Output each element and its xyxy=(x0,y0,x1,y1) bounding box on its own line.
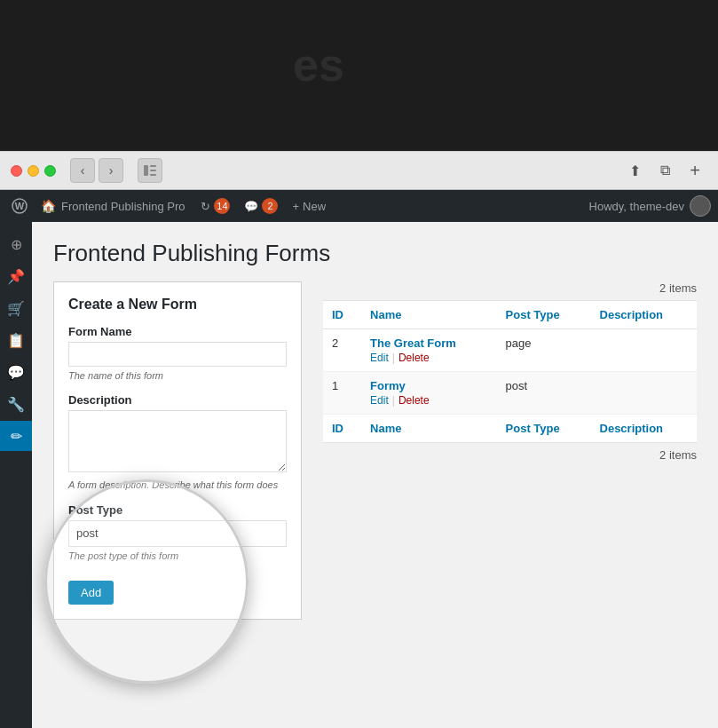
row-1-edit[interactable]: Edit xyxy=(370,352,389,364)
description-label: Description xyxy=(68,393,287,407)
row-2-id: 1 xyxy=(323,372,361,415)
traffic-lights xyxy=(11,165,56,177)
minimize-button[interactable] xyxy=(28,165,39,177)
svg-rect-0 xyxy=(144,165,148,176)
updates-icon: ↻ xyxy=(201,200,210,213)
col-name-header: Name xyxy=(361,301,496,329)
table-footer-row: ID Name Post Type Description xyxy=(323,415,697,443)
post-type-input[interactable] xyxy=(68,520,287,547)
top-banner: es xyxy=(0,0,718,151)
row-1-name[interactable]: The Great Form xyxy=(370,336,487,350)
form-name-hint: The name of this form xyxy=(68,369,287,383)
table-row: 1 Formy Edit | Delete post xyxy=(323,372,697,415)
form-name-group: Form Name The name of this form xyxy=(68,325,287,383)
banner-title-suffix: es xyxy=(293,42,344,88)
howdy-label: Howdy, theme-dev xyxy=(589,200,684,213)
table-count-top: 2 items xyxy=(323,281,697,295)
window-icon[interactable]: ⧉ xyxy=(652,158,677,183)
wp-admin-bar: W 🏠 Frontend Publishing Pro ↻ 14 💬 2 + N… xyxy=(0,190,718,222)
table-count-bottom: 2 items xyxy=(323,448,697,462)
row-1-name-cell: The Great Form Edit | Delete xyxy=(361,329,496,372)
sidebar-icon-dashboard[interactable]: ⊕ xyxy=(0,229,32,259)
sidebar-toggle-button[interactable] xyxy=(138,158,162,183)
share-icon[interactable]: ⬆ xyxy=(622,158,647,183)
page-content: Frontend Publishing Forms Create a New F… xyxy=(32,222,718,728)
svg-text:W: W xyxy=(15,201,25,211)
create-form-panel: Create a New Form Form Name The name of … xyxy=(53,281,302,620)
sidebar-icon-comments[interactable]: 💬 xyxy=(0,357,32,387)
close-button[interactable] xyxy=(11,165,22,177)
comments-button[interactable]: 💬 2 xyxy=(237,198,285,214)
comment-count: 2 xyxy=(262,198,278,214)
table-row: 2 The Great Form Edit | Delete page xyxy=(323,329,697,372)
col-id-header: ID xyxy=(323,301,361,329)
browser-actions: ⬆ ⧉ + xyxy=(622,158,707,183)
col-description-header: Description xyxy=(591,301,697,329)
forms-table: ID Name Post Type Description 2 The Grea… xyxy=(323,300,697,443)
page-title: Frontend Publishing Forms xyxy=(53,240,697,267)
col-posttype-header: Post Type xyxy=(497,301,591,329)
row-1-posttype: page xyxy=(497,329,591,372)
post-type-label: Post Type xyxy=(68,503,287,517)
new-label: New xyxy=(303,200,326,213)
sidebar-icon-settings[interactable]: 🔧 xyxy=(0,389,32,419)
row-1-delete[interactable]: Delete xyxy=(398,352,430,364)
sidebar-icon-pages[interactable]: 📋 xyxy=(0,325,32,355)
row-2-edit[interactable]: Edit xyxy=(370,394,389,407)
home-icon: 🏠 xyxy=(41,199,56,213)
comments-icon: 💬 xyxy=(244,200,258,213)
site-name-label: Frontend Publishing Pro xyxy=(61,200,185,213)
updates-button[interactable]: ↻ 14 xyxy=(193,198,237,214)
plus-icon: + xyxy=(292,200,299,213)
row-2-name-cell: Formy Edit | Delete xyxy=(361,372,496,415)
wp-logo[interactable]: W xyxy=(7,194,32,218)
sidebar-icon-publish[interactable]: ✏ xyxy=(0,421,32,451)
col-id-footer: ID xyxy=(323,415,361,443)
table-header-row: ID Name Post Type Description xyxy=(323,301,697,329)
svg-rect-2 xyxy=(150,170,156,171)
row-2-name[interactable]: Formy xyxy=(370,379,487,392)
content-area: Create a New Form Form Name The name of … xyxy=(53,281,697,620)
col-posttype-footer: Post Type xyxy=(497,415,591,443)
new-content-button[interactable]: + New xyxy=(285,200,333,213)
post-type-hint: The post type of this form xyxy=(68,550,287,563)
sidebar-icon-pin[interactable]: 📌 xyxy=(0,261,32,291)
sidebar: ⊕ 📌 🛒 📋 💬 🔧 ✏ xyxy=(0,222,32,728)
forward-button[interactable]: › xyxy=(99,158,123,183)
row-1-id: 2 xyxy=(323,329,361,372)
browser-nav: ‹ › xyxy=(70,158,123,183)
new-tab-icon[interactable]: + xyxy=(682,158,707,183)
form-name-label: Form Name xyxy=(68,325,287,338)
panel-title: Create a New Form xyxy=(68,297,287,313)
row-2-delete[interactable]: Delete xyxy=(398,394,430,407)
browser-chrome: ‹ › ⬆ ⧉ + xyxy=(0,151,718,190)
update-count: 14 xyxy=(214,198,230,214)
row-2-description xyxy=(591,372,697,415)
description-group: Description A form description. Describe… xyxy=(68,393,287,492)
main-layout: ⊕ 📌 🛒 📋 💬 🔧 ✏ Frontend Publishing Forms … xyxy=(0,222,718,728)
row-2-actions: Edit | Delete xyxy=(370,394,487,407)
avatar xyxy=(690,195,711,217)
svg-rect-1 xyxy=(150,165,156,167)
row-2-posttype: post xyxy=(497,372,591,415)
maximize-button[interactable] xyxy=(44,165,56,177)
row-1-description xyxy=(591,329,697,372)
site-name[interactable]: 🏠 Frontend Publishing Pro xyxy=(32,199,193,213)
svg-rect-3 xyxy=(150,174,156,176)
table-area: 2 items ID Name Post Type Description 2 xyxy=(323,281,697,462)
col-name-footer: Name xyxy=(361,415,496,443)
back-button[interactable]: ‹ xyxy=(70,158,95,183)
description-hint: A form description. Describe what this f… xyxy=(68,479,287,492)
description-input[interactable] xyxy=(68,410,287,472)
add-button[interactable]: Add xyxy=(68,581,114,605)
post-type-group: Post Type The post type of this form xyxy=(68,503,287,563)
col-description-footer: Description xyxy=(591,415,697,443)
sidebar-icon-products[interactable]: 🛒 xyxy=(0,293,32,323)
form-name-input[interactable] xyxy=(68,342,287,367)
row-1-actions: Edit | Delete xyxy=(370,352,487,364)
user-menu[interactable]: Howdy, theme-dev xyxy=(589,195,711,217)
